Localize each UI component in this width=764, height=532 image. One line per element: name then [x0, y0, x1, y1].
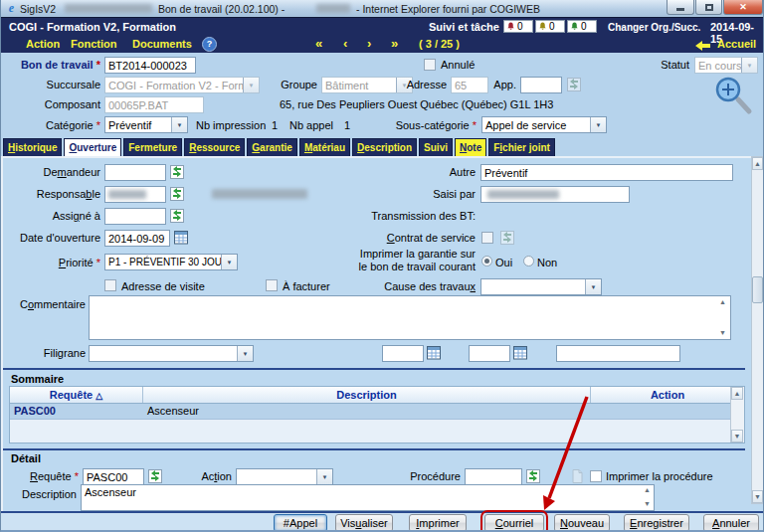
- lookup-icon[interactable]: [170, 209, 184, 223]
- scroll-up-button[interactable]: [752, 157, 763, 170]
- app-input[interactable]: [520, 77, 562, 93]
- date-ouverture-input[interactable]: 2014-09-09: [104, 230, 170, 247]
- commentaire-textarea[interactable]: [89, 295, 731, 340]
- imprimer-procedure-label: Imprimer la procédure: [606, 470, 713, 482]
- appel-button[interactable]: #Appel: [274, 514, 327, 532]
- scroll-up-icon[interactable]: ▲: [644, 486, 651, 494]
- scroll-up-button[interactable]: [731, 387, 743, 400]
- column-header-requete[interactable]: Requête △: [10, 387, 143, 403]
- a-facturer-checkbox[interactable]: [266, 279, 278, 291]
- table-scrollbar[interactable]: [730, 387, 744, 443]
- column-header-description[interactable]: Description: [143, 387, 591, 403]
- composant-input[interactable]: 00065P.BAT: [104, 96, 204, 113]
- calendar-icon[interactable]: [174, 231, 188, 245]
- filigrane-extra-input[interactable]: [556, 345, 680, 362]
- assigne-a-input[interactable]: [104, 208, 166, 225]
- tab-fermeture[interactable]: Fermeture: [123, 138, 182, 156]
- menu-fonction[interactable]: Fonction: [71, 38, 116, 50]
- calendar-icon[interactable]: [513, 346, 527, 360]
- tab-materiau[interactable]: Matériau: [299, 138, 350, 156]
- help-icon[interactable]: ?: [202, 37, 217, 52]
- enregistrer-button[interactable]: Enregistrer: [624, 514, 689, 532]
- dropdown-arrow-icon[interactable]: [221, 255, 237, 269]
- dropdown-arrow-icon[interactable]: [741, 58, 757, 73]
- back-arrow-icon[interactable]: [695, 41, 710, 51]
- suivi-alert-green[interactable]: 0: [567, 20, 597, 33]
- suivi-alert-yellow[interactable]: 0: [535, 20, 565, 33]
- nav-prev-button[interactable]: ‹: [343, 36, 347, 51]
- scrollbar-thumb[interactable]: [752, 276, 763, 303]
- responsable-input[interactable]: [104, 186, 166, 203]
- tab-suivi[interactable]: Suivi: [419, 138, 453, 156]
- saisi-par-input[interactable]: [480, 186, 630, 203]
- autre-input[interactable]: Préventif: [480, 164, 733, 181]
- procedure-input[interactable]: [465, 468, 522, 485]
- nav-last-button[interactable]: »: [391, 36, 398, 51]
- detail-description-textarea[interactable]: Ascenseur: [81, 484, 655, 511]
- sous-categorie-select[interactable]: Appel de service: [481, 116, 607, 133]
- filigrane-select[interactable]: [89, 345, 254, 362]
- cause-travaux-select[interactable]: [480, 278, 602, 295]
- scroll-down-button[interactable]: [731, 430, 743, 443]
- detail-action-select[interactable]: [236, 468, 333, 485]
- categorie-select[interactable]: Préventif: [104, 116, 188, 133]
- adresse-visite-checkbox[interactable]: [104, 279, 116, 291]
- garantie-oui-radio[interactable]: [481, 256, 492, 266]
- dropdown-arrow-icon[interactable]: [316, 469, 332, 484]
- garantie-non-radio[interactable]: [523, 256, 534, 266]
- date-debut-input[interactable]: [382, 345, 424, 362]
- suivi-alert-red[interactable]: 0: [503, 20, 533, 33]
- detail-requete-input[interactable]: PASC00: [83, 468, 144, 485]
- scroll-down-icon[interactable]: ▼: [719, 329, 726, 337]
- date-fin-input[interactable]: [469, 345, 510, 362]
- scroll-up-icon[interactable]: ▲: [719, 298, 726, 306]
- lookup-icon[interactable]: [500, 231, 514, 245]
- nav-next-button[interactable]: ›: [367, 36, 371, 51]
- tab-note[interactable]: Note: [455, 138, 486, 156]
- courriel-button[interactable]: Courriel: [484, 514, 544, 532]
- home-link[interactable]: Accueil: [717, 38, 756, 50]
- lookup-icon[interactable]: [148, 469, 162, 483]
- lookup-icon[interactable]: [526, 469, 540, 483]
- dropdown-arrow-icon[interactable]: [237, 346, 253, 361]
- lookup-icon[interactable]: [170, 187, 184, 201]
- zoom-magnifier-icon[interactable]: [713, 75, 755, 116]
- column-header-action[interactable]: Action: [591, 387, 744, 403]
- main-scrollbar[interactable]: [751, 156, 764, 504]
- contrat-service-checkbox[interactable]: [481, 232, 493, 244]
- menu-documents[interactable]: Documents: [132, 38, 192, 50]
- tab-description[interactable]: Description: [352, 138, 417, 156]
- statut-select[interactable]: En cours: [694, 57, 758, 74]
- tab-fichier-joint[interactable]: Fichier joint: [488, 138, 555, 156]
- changer-org-link[interactable]: Changer Org./Succ.: [608, 22, 700, 33]
- maximize-button[interactable]: [695, 0, 722, 15]
- table-row[interactable]: PASC00 Ascenseur: [10, 404, 744, 420]
- bon-de-travail-input[interactable]: BT2014-000023: [104, 57, 196, 74]
- lookup-icon[interactable]: [170, 165, 184, 179]
- dropdown-arrow-icon[interactable]: [171, 117, 187, 132]
- priorite-select[interactable]: P1 - PRÉVENTIF 30 JOURS: [104, 254, 238, 270]
- minimize-button[interactable]: [667, 0, 694, 15]
- nouveau-button[interactable]: Nouveau: [554, 514, 610, 532]
- scroll-down-button[interactable]: [752, 490, 763, 503]
- succursale-select[interactable]: COGI - Formation V2 - Formation: [104, 77, 260, 93]
- menu-action[interactable]: Action: [26, 38, 60, 50]
- annule-checkbox[interactable]: [424, 59, 436, 71]
- visualiser-button[interactable]: Visualiser: [335, 514, 393, 532]
- nav-first-button[interactable]: «: [315, 36, 322, 51]
- tab-ressource[interactable]: Ressource: [184, 138, 245, 156]
- imprimer-button[interactable]: Imprimer: [409, 514, 467, 532]
- demandeur-input[interactable]: [104, 164, 166, 181]
- dropdown-arrow-icon[interactable]: [590, 117, 606, 132]
- close-button[interactable]: ✕: [723, 0, 763, 15]
- lookup-icon[interactable]: [567, 78, 581, 91]
- tab-garantie[interactable]: Garantie: [247, 138, 297, 156]
- tab-ouverture[interactable]: Ouverture: [64, 138, 121, 156]
- annuler-button[interactable]: Annuler: [703, 514, 759, 532]
- scroll-down-icon[interactable]: ▼: [644, 500, 651, 508]
- dropdown-arrow-icon[interactable]: [585, 279, 601, 294]
- sort-asc-icon: △: [96, 391, 102, 401]
- imprimer-procedure-checkbox[interactable]: [590, 470, 602, 482]
- calendar-icon[interactable]: [427, 346, 441, 360]
- tab-historique[interactable]: Historique: [3, 138, 62, 156]
